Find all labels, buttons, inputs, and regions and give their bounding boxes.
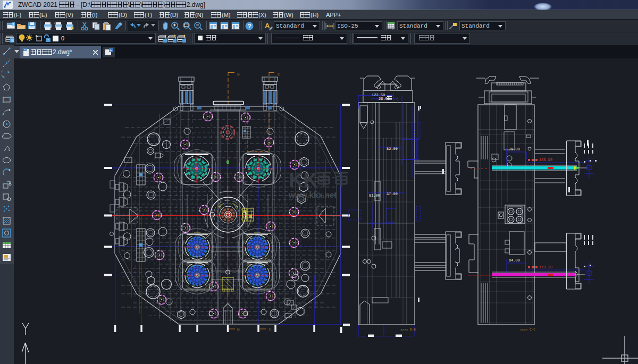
svg-text:xxxx B-B: xxxx B-B: [400, 328, 416, 332]
svg-text:84.00: 84.00: [509, 258, 520, 263]
svg-text:81.00: 81.00: [369, 193, 380, 198]
svg-text:B: B: [237, 72, 240, 77]
svg-text:www.kkx.net: www.kkx.net: [288, 190, 337, 199]
svg-text:C: C: [278, 72, 280, 77]
svg-text:A: A: [265, 22, 270, 30]
svg-text:KK: KK: [289, 169, 318, 191]
svg-text:163.30: 163.30: [539, 265, 552, 269]
svg-text:185.90: 185.90: [539, 158, 552, 162]
svg-text:37.00: 37.00: [387, 192, 398, 196]
svg-text:79.00: 79.00: [509, 147, 520, 151]
svg-text:0: 0: [61, 35, 64, 41]
svg-text:C: C: [269, 327, 272, 332]
svg-text:B: B: [237, 327, 240, 332]
svg-text:xxxx C-C: xxxx C-C: [520, 328, 535, 332]
svg-text:?: ?: [248, 23, 251, 29]
